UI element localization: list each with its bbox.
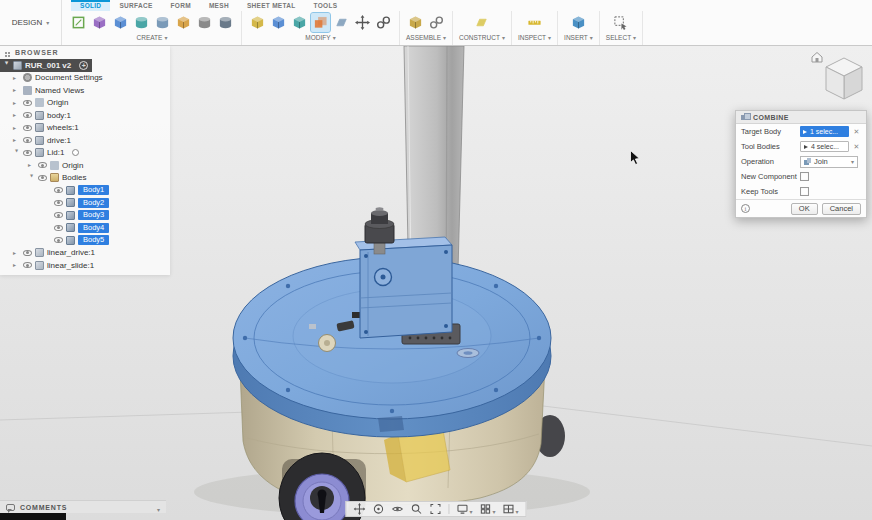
add-circle-icon[interactable] — [79, 61, 88, 70]
visibility-eye-icon[interactable] — [54, 200, 63, 206]
browser-header[interactable]: BROWSER — [0, 46, 170, 59]
dialog-header[interactable]: COMBINE — [736, 111, 866, 124]
expand-arrow-icon[interactable] — [13, 262, 20, 268]
tab-surface[interactable]: SURFACE — [110, 0, 161, 11]
extrude-icon[interactable] — [111, 13, 130, 32]
look-at-icon[interactable] — [391, 503, 403, 515]
info-icon[interactable] — [741, 204, 750, 213]
inspect-dropdown[interactable]: INSPECT — [518, 34, 551, 41]
visibility-eye-icon[interactable] — [23, 250, 32, 256]
visibility-eye-icon[interactable] — [23, 100, 32, 106]
browser-item-lid-1[interactable]: Lid:1 — [0, 147, 170, 160]
browser-item-bodies-folder[interactable]: Bodies — [0, 172, 170, 185]
select-dropdown[interactable]: SELECT — [606, 34, 636, 41]
sweep-icon[interactable] — [153, 13, 172, 32]
browser-item-lid-origin[interactable]: Origin — [0, 159, 170, 172]
modify-dropdown[interactable]: MODIFY — [305, 34, 335, 41]
press-pull-icon[interactable] — [248, 13, 267, 32]
browser-item-linear-drive-1[interactable]: linear_drive:1 — [0, 247, 170, 260]
construct-dropdown[interactable]: CONSTRUCT — [459, 34, 505, 41]
clear-tools-icon[interactable] — [852, 143, 861, 151]
new-component-checkbox[interactable] — [800, 172, 809, 181]
create-dropdown[interactable]: CREATE — [137, 34, 168, 41]
home-icon[interactable] — [812, 53, 822, 63]
fit-view-icon[interactable] — [429, 503, 441, 515]
tool-bodies-selection[interactable]: 4 selec... — [800, 141, 849, 152]
keep-tools-checkbox[interactable] — [800, 187, 809, 196]
comments-bar[interactable]: COMMENTS — [0, 500, 166, 513]
tab-mesh[interactable]: MESH — [200, 0, 238, 11]
shell-icon[interactable] — [290, 13, 309, 32]
browser-item-body-1[interactable]: body:1 — [0, 109, 170, 122]
browser-item-body1[interactable]: Body1 — [0, 184, 170, 197]
browser-item-body2[interactable]: Body2 — [0, 197, 170, 210]
visibility-eye-icon[interactable] — [38, 175, 47, 181]
create-form-icon[interactable] — [90, 13, 109, 32]
pan-icon[interactable] — [353, 503, 365, 515]
insert-dropdown[interactable]: INSERT — [564, 34, 593, 41]
offset-face-icon[interactable] — [332, 13, 351, 32]
operation-select[interactable]: Join — [800, 156, 858, 168]
visibility-eye-icon[interactable] — [23, 112, 32, 118]
revolve-icon[interactable] — [132, 13, 151, 32]
visibility-eye-icon[interactable] — [54, 225, 63, 231]
view-cube-body[interactable] — [826, 58, 862, 99]
design-menu-button[interactable]: DESIGN — [0, 0, 62, 45]
tab-form[interactable]: FORM — [162, 0, 200, 11]
browser-item-body4[interactable]: Body4 — [0, 222, 170, 235]
visibility-eye-icon[interactable] — [23, 150, 32, 156]
ok-button[interactable]: OK — [791, 203, 818, 215]
new-component-icon[interactable] — [406, 13, 425, 32]
viewports-menu[interactable] — [503, 500, 519, 518]
browser-item-wheels-1[interactable]: wheels:1 — [0, 122, 170, 135]
visibility-eye-icon[interactable] — [54, 187, 63, 193]
expand-arrow-icon[interactable] — [13, 100, 20, 106]
chevron-down-icon[interactable] — [157, 498, 160, 516]
expand-arrow-icon[interactable] — [4, 62, 10, 69]
loft-icon[interactable] — [174, 13, 193, 32]
visibility-eye-icon[interactable] — [23, 137, 32, 143]
activate-component-radio[interactable] — [72, 149, 79, 156]
combine-icon[interactable] — [311, 13, 330, 32]
tab-solid[interactable]: SOLID — [71, 0, 110, 11]
insert-icon[interactable] — [569, 13, 588, 32]
visibility-eye-icon[interactable] — [23, 125, 32, 131]
browser-item-named-views[interactable]: Named Views — [0, 84, 170, 97]
view-cube[interactable] — [810, 48, 868, 110]
expand-arrow-icon[interactable] — [13, 250, 20, 256]
assemble-dropdown[interactable]: ASSEMBLE — [406, 34, 446, 41]
orbit-icon[interactable] — [372, 503, 384, 515]
visibility-eye-icon[interactable] — [54, 237, 63, 243]
tab-tools[interactable]: TOOLS — [305, 0, 347, 11]
hole-icon[interactable] — [195, 13, 214, 32]
move-copy-icon[interactable] — [353, 13, 372, 32]
expand-arrow-icon[interactable] — [13, 112, 20, 118]
browser-item-linear-slide-1[interactable]: linear_slide:1 — [0, 259, 170, 272]
expand-arrow-icon[interactable] — [29, 174, 35, 181]
expand-arrow-icon[interactable] — [13, 137, 20, 143]
construction-plane-icon[interactable] — [472, 13, 491, 32]
expand-arrow-icon[interactable] — [28, 162, 35, 168]
joint-icon[interactable] — [427, 13, 446, 32]
new-sketch-icon[interactable] — [69, 13, 88, 32]
browser-item-body5[interactable]: Body5 — [0, 234, 170, 247]
select-icon[interactable] — [611, 13, 630, 32]
thread-icon[interactable] — [216, 13, 235, 32]
expand-arrow-icon[interactable] — [13, 87, 20, 93]
browser-item-body3[interactable]: Body3 — [0, 209, 170, 222]
zoom-icon[interactable] — [410, 503, 422, 515]
fillet-icon[interactable] — [269, 13, 288, 32]
target-body-selection[interactable]: 1 selec... — [800, 126, 849, 137]
browser-item-origin[interactable]: Origin — [0, 97, 170, 110]
visibility-eye-icon[interactable] — [54, 212, 63, 218]
model-bracket[interactable] — [355, 237, 452, 338]
expand-arrow-icon[interactable] — [13, 75, 20, 81]
display-settings-menu[interactable] — [456, 500, 472, 518]
browser-item-document-settings[interactable]: Document Settings — [0, 72, 170, 85]
browser-item-root[interactable]: RUR_001 v2 — [0, 59, 92, 72]
expand-arrow-icon[interactable] — [13, 125, 20, 131]
tab-sheet-metal[interactable]: SHEET METAL — [238, 0, 305, 11]
cancel-button[interactable]: Cancel — [822, 203, 861, 215]
grid-settings-menu[interactable] — [479, 500, 495, 518]
visibility-eye-icon[interactable] — [23, 262, 32, 268]
